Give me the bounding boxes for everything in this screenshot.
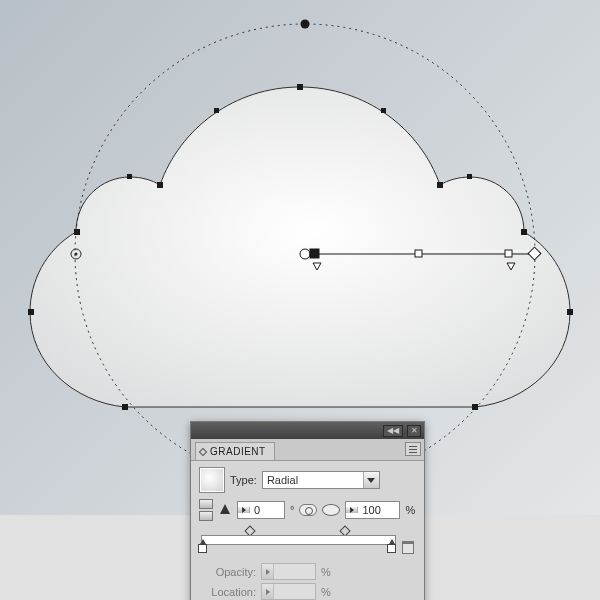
gradient-stop-end[interactable]	[505, 250, 512, 257]
gradient-bounds-circle[interactable]	[75, 24, 535, 484]
svg-rect-11	[467, 174, 472, 179]
gradient-handle-top[interactable]	[301, 20, 310, 29]
opacity-label: Opacity:	[201, 566, 256, 578]
cloud-shape[interactable]	[30, 87, 570, 407]
aspect-value: 100	[358, 503, 399, 517]
gradient-type-select[interactable]: Radial	[262, 471, 380, 489]
panel-tab-bar: GRADIENT	[191, 439, 424, 461]
svg-rect-0	[297, 84, 303, 90]
stop-pointer	[313, 263, 321, 270]
panel-header[interactable]: ◀◀ ✕	[191, 422, 424, 439]
opacity-unit: %	[321, 566, 331, 578]
panel-menu-button[interactable]	[405, 442, 421, 456]
stroke-position-icons[interactable]	[199, 499, 213, 521]
svg-rect-10	[381, 108, 386, 113]
ramp-stop[interactable]	[387, 544, 396, 553]
gradient-type-value: Radial	[263, 472, 363, 488]
svg-point-13	[71, 249, 81, 259]
opacity-row: Opacity: %	[201, 563, 414, 580]
tab-indicator-icon	[199, 448, 207, 456]
panel-body: Type: Radial 0 ° 100 %	[191, 461, 424, 600]
gradient-origin-marker[interactable]	[71, 249, 81, 259]
stop-pointer	[507, 263, 515, 270]
tab-label: GRADIENT	[210, 446, 266, 457]
location-field	[261, 583, 316, 600]
type-label: Type:	[230, 474, 257, 486]
svg-point-17	[300, 249, 310, 259]
angle-unit: °	[290, 504, 294, 516]
aspect-unit: %	[405, 504, 415, 516]
stepper-icon[interactable]	[238, 507, 250, 513]
tab-gradient[interactable]: GRADIENT	[195, 442, 275, 460]
gradient-midpoint[interactable]	[415, 250, 422, 257]
svg-rect-4	[74, 229, 80, 235]
angle-icon	[218, 504, 232, 516]
gradient-stop-start[interactable]	[310, 249, 319, 258]
anchor-points	[28, 84, 573, 410]
location-label: Location:	[201, 586, 256, 598]
opacity-field	[261, 563, 316, 580]
location-unit: %	[321, 586, 331, 598]
angle-field[interactable]: 0	[237, 501, 285, 519]
aspect-icon	[322, 504, 340, 516]
gradient-preview-swatch[interactable]	[199, 467, 225, 493]
svg-rect-3	[521, 229, 527, 235]
chevron-down-icon	[363, 472, 379, 488]
svg-point-14	[75, 253, 78, 256]
link-icon[interactable]	[299, 504, 317, 516]
ramp-track[interactable]	[201, 535, 396, 545]
ramp-stop[interactable]	[198, 544, 207, 553]
svg-rect-5	[567, 309, 573, 315]
trash-icon[interactable]	[402, 541, 414, 554]
panel-close-button[interactable]: ✕	[407, 425, 421, 437]
svg-rect-1	[437, 182, 443, 188]
svg-rect-9	[214, 108, 219, 113]
svg-rect-12	[127, 174, 132, 179]
svg-rect-8	[122, 404, 128, 410]
gradient-annotator[interactable]	[300, 247, 541, 270]
angle-value: 0	[250, 503, 284, 517]
location-row: Location: %	[201, 583, 414, 600]
gradient-ramp[interactable]	[201, 527, 414, 555]
svg-rect-6	[28, 309, 34, 315]
gradient-end-handle[interactable]	[528, 247, 541, 260]
aspect-field[interactable]: 100	[345, 501, 400, 519]
stepper-icon[interactable]	[346, 507, 358, 513]
svg-rect-2	[157, 182, 163, 188]
gradient-panel[interactable]: ◀◀ ✕ GRADIENT Type: Radial 0 °	[190, 421, 425, 600]
svg-rect-7	[472, 404, 478, 410]
panel-collapse-button[interactable]: ◀◀	[383, 425, 403, 437]
